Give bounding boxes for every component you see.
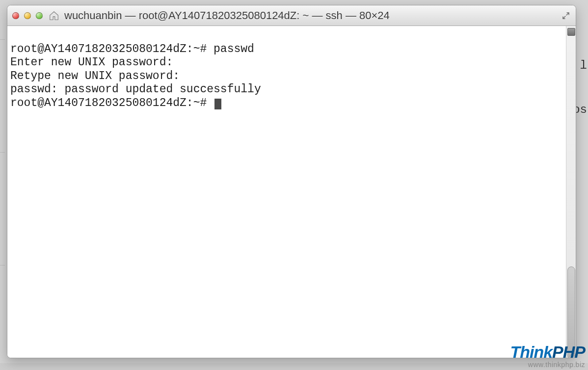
traffic-lights bbox=[12, 12, 43, 19]
terminal-line: passwd: password updated successfully bbox=[10, 83, 261, 96]
terminal-output[interactable]: root@AY14071820325080124dZ:~# passwd Ent… bbox=[7, 26, 566, 358]
scroll-up-button[interactable] bbox=[567, 28, 575, 36]
terminal-line: Enter new UNIX password: bbox=[10, 56, 173, 69]
minimize-button[interactable] bbox=[24, 12, 31, 19]
titlebar[interactable]: wuchuanbin — root@AY14071820325080124dZ:… bbox=[7, 5, 576, 26]
resize-grip-icon[interactable] bbox=[566, 348, 576, 358]
terminal-line: Retype new UNIX password: bbox=[10, 70, 180, 82]
fullscreen-icon[interactable] bbox=[561, 11, 571, 21]
terminal-line: root@AY14071820325080124dZ:~# passwd bbox=[10, 43, 254, 55]
scroll-thumb[interactable] bbox=[567, 266, 575, 358]
background-text-fragment: l bbox=[580, 59, 587, 72]
home-icon bbox=[49, 10, 59, 21]
terminal-window: wuchuanbin — root@AY14071820325080124dZ:… bbox=[7, 5, 576, 358]
zoom-button[interactable] bbox=[36, 12, 43, 19]
bg-divider bbox=[0, 265, 5, 265]
prompt-text: root@AY14071820325080124dZ:~# bbox=[10, 97, 214, 109]
terminal-prompt: root@AY14071820325080124dZ:~# bbox=[10, 97, 221, 109]
close-button[interactable] bbox=[12, 12, 19, 19]
bg-divider bbox=[0, 152, 5, 153]
svg-line-1 bbox=[571, 353, 575, 357]
vertical-scrollbar[interactable] bbox=[566, 26, 576, 358]
window-title: wuchuanbin — root@AY14071820325080124dZ:… bbox=[64, 9, 557, 22]
bg-divider bbox=[0, 39, 5, 40]
svg-line-2 bbox=[573, 355, 575, 357]
bg-divider bbox=[0, 363, 588, 370]
cursor-icon bbox=[214, 99, 221, 109]
terminal-body: root@AY14071820325080124dZ:~# passwd Ent… bbox=[7, 26, 576, 358]
